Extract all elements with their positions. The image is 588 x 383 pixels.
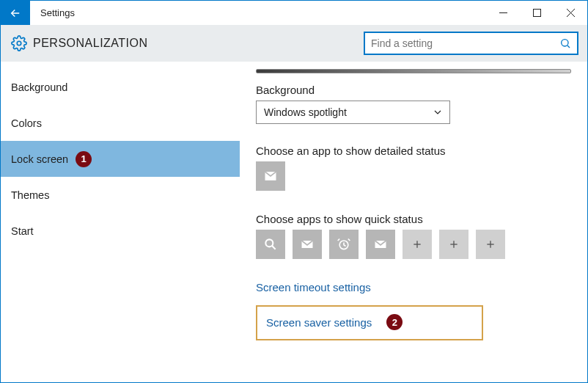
sidebar-item-label: Colors xyxy=(11,117,42,129)
sidebar-item-start[interactable]: Start xyxy=(1,213,240,249)
mail-icon xyxy=(373,237,388,252)
plus-icon xyxy=(411,238,423,250)
quick-app-slot-search[interactable] xyxy=(256,230,285,259)
link-screen-timeout[interactable]: Screen timeout settings xyxy=(256,281,571,293)
search-input[interactable] xyxy=(371,37,559,49)
quick-status-label: Choose apps to show quick status xyxy=(256,213,571,225)
maximize-button[interactable] xyxy=(520,1,554,25)
maximize-icon xyxy=(533,9,541,17)
sidebar-item-label: Background xyxy=(11,81,67,93)
lockscreen-preview xyxy=(256,69,571,73)
sidebar-item-label: Themes xyxy=(11,189,49,201)
callout-badge-1: 1 xyxy=(76,151,92,167)
page-header: PERSONALIZATION xyxy=(1,25,587,62)
back-button[interactable] xyxy=(1,1,30,25)
search-icon xyxy=(559,37,571,49)
body: Background Colors Lock screen 1 Themes S… xyxy=(1,62,587,382)
quick-app-slot-add-3[interactable] xyxy=(476,230,505,259)
detailed-status-row xyxy=(256,161,571,191)
quick-app-slot-mail-2[interactable] xyxy=(366,230,395,259)
quick-status-row xyxy=(256,230,571,259)
window-title: Settings xyxy=(30,1,75,25)
detailed-app-slot-mail[interactable] xyxy=(256,161,285,191)
background-label: Background xyxy=(256,84,571,96)
titlebar: Settings xyxy=(1,1,587,25)
svg-rect-1 xyxy=(533,10,540,17)
close-icon xyxy=(567,9,575,17)
search-icon xyxy=(263,237,278,252)
svg-line-8 xyxy=(272,246,276,249)
sidebar-item-themes[interactable]: Themes xyxy=(1,177,240,213)
svg-line-6 xyxy=(567,45,570,48)
dropdown-value: Windows spotlight xyxy=(264,106,347,118)
minimize-button[interactable] xyxy=(486,1,520,25)
spacer xyxy=(75,1,486,25)
svg-point-7 xyxy=(265,239,273,247)
background-dropdown[interactable]: Windows spotlight xyxy=(256,101,450,124)
quick-app-slot-add-1[interactable] xyxy=(403,230,432,259)
arrow-left-icon xyxy=(9,7,22,20)
callout-badge-2: 2 xyxy=(386,314,403,330)
alarm-icon xyxy=(337,237,351,252)
svg-point-4 xyxy=(17,41,21,45)
window-controls xyxy=(486,1,587,25)
sidebar: Background Colors Lock screen 1 Themes S… xyxy=(1,62,240,382)
chevron-down-icon xyxy=(433,108,442,117)
plus-icon xyxy=(485,238,496,250)
sidebar-item-colors[interactable]: Colors xyxy=(1,105,240,141)
sidebar-item-lock-screen[interactable]: Lock screen 1 xyxy=(1,141,240,177)
svg-point-5 xyxy=(562,40,568,46)
sidebar-item-background[interactable]: Background xyxy=(1,69,240,105)
search-box[interactable] xyxy=(364,32,578,55)
gear-icon xyxy=(10,34,29,53)
quick-app-slot-mail[interactable] xyxy=(293,230,322,259)
content-panel: Background Windows spotlight Choose an a… xyxy=(240,62,587,382)
mail-icon xyxy=(263,169,278,183)
sidebar-item-label: Lock screen xyxy=(11,153,68,165)
page-title: PERSONALIZATION xyxy=(33,37,148,50)
minimize-icon xyxy=(499,9,507,17)
sidebar-item-label: Start xyxy=(11,225,34,237)
detailed-status-label: Choose an app to show detailed status xyxy=(256,145,571,157)
mail-icon xyxy=(300,237,315,252)
close-button[interactable] xyxy=(554,1,587,25)
quick-app-slot-add-2[interactable] xyxy=(439,230,468,259)
link-screen-saver[interactable]: Screen saver settings xyxy=(266,316,372,329)
plus-icon xyxy=(448,238,460,250)
screen-saver-highlight: Screen saver settings 2 xyxy=(256,305,483,340)
quick-app-slot-alarm[interactable] xyxy=(329,230,359,259)
